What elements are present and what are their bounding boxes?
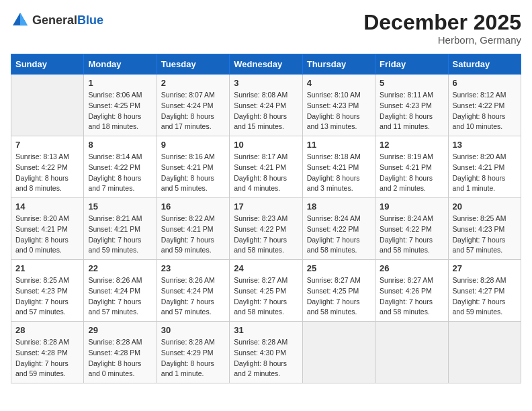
calendar-cell: 9Sunrise: 8:16 AMSunset: 4:21 PMDaylight…: [157, 136, 229, 198]
calendar-cell: 5Sunrise: 8:11 AMSunset: 4:23 PMDaylight…: [375, 75, 448, 136]
weekday-header-sunday: Sunday: [11, 54, 84, 75]
day-detail: Sunrise: 8:07 AMSunset: 4:24 PMDaylight:…: [161, 90, 225, 132]
calendar-cell: 1Sunrise: 8:06 AMSunset: 4:25 PMDaylight…: [84, 75, 157, 136]
calendar-cell: 29Sunrise: 8:28 AMSunset: 4:28 PMDayligh…: [84, 322, 157, 383]
calendar-week-5: 28Sunrise: 8:28 AMSunset: 4:28 PMDayligh…: [11, 322, 521, 383]
calendar-cell: 8Sunrise: 8:14 AMSunset: 4:22 PMDaylight…: [84, 136, 157, 198]
day-number: 19: [380, 201, 443, 212]
day-number: 11: [307, 140, 371, 150]
calendar-cell: 7Sunrise: 8:13 AMSunset: 4:22 PMDaylight…: [11, 136, 84, 198]
day-number: 17: [234, 201, 298, 212]
day-number: 23: [161, 263, 225, 273]
calendar-cell: 6Sunrise: 8:12 AMSunset: 4:22 PMDaylight…: [448, 75, 521, 136]
calendar-cell: 27Sunrise: 8:28 AMSunset: 4:27 PMDayligh…: [448, 260, 521, 322]
calendar-body: 1Sunrise: 8:06 AMSunset: 4:25 PMDaylight…: [11, 75, 521, 383]
location: Herborn, Germany: [363, 34, 521, 46]
day-detail: Sunrise: 8:28 AMSunset: 4:27 PMDaylight:…: [453, 275, 517, 318]
calendar-cell: [448, 322, 521, 383]
calendar-cell: 2Sunrise: 8:07 AMSunset: 4:24 PMDaylight…: [157, 75, 229, 136]
calendar-cell: 26Sunrise: 8:27 AMSunset: 4:26 PMDayligh…: [375, 260, 448, 322]
calendar-cell: 17Sunrise: 8:23 AMSunset: 4:22 PMDayligh…: [230, 198, 302, 260]
weekday-header-saturday: Saturday: [448, 54, 521, 75]
calendar-cell: 21Sunrise: 8:25 AMSunset: 4:23 PMDayligh…: [11, 260, 84, 322]
day-detail: Sunrise: 8:25 AMSunset: 4:23 PMDaylight:…: [15, 275, 79, 318]
calendar-table: SundayMondayTuesdayWednesdayThursdayFrid…: [11, 54, 521, 383]
day-number: 25: [307, 263, 371, 273]
calendar-cell: 23Sunrise: 8:26 AMSunset: 4:24 PMDayligh…: [157, 260, 229, 322]
day-detail: Sunrise: 8:22 AMSunset: 4:21 PMDaylight:…: [161, 214, 225, 256]
calendar-cell: 19Sunrise: 8:24 AMSunset: 4:22 PMDayligh…: [375, 198, 448, 260]
calendar-cell: 30Sunrise: 8:28 AMSunset: 4:29 PMDayligh…: [157, 322, 229, 383]
weekday-header-thursday: Thursday: [302, 54, 375, 75]
calendar-cell: 16Sunrise: 8:22 AMSunset: 4:21 PMDayligh…: [157, 198, 229, 260]
calendar-cell: 14Sunrise: 8:20 AMSunset: 4:21 PMDayligh…: [11, 198, 84, 260]
calendar-cell: 12Sunrise: 8:19 AMSunset: 4:21 PMDayligh…: [375, 136, 448, 198]
day-detail: Sunrise: 8:28 AMSunset: 4:29 PMDaylight:…: [161, 337, 225, 379]
calendar-cell: 18Sunrise: 8:24 AMSunset: 4:22 PMDayligh…: [302, 198, 375, 260]
logo-text-general: General: [32, 13, 77, 27]
calendar-cell: 31Sunrise: 8:28 AMSunset: 4:30 PMDayligh…: [230, 322, 302, 383]
day-detail: Sunrise: 8:28 AMSunset: 4:28 PMDaylight:…: [88, 337, 152, 379]
day-number: 2: [161, 78, 225, 88]
day-detail: Sunrise: 8:27 AMSunset: 4:25 PMDaylight:…: [234, 275, 298, 318]
calendar-cell: 25Sunrise: 8:27 AMSunset: 4:25 PMDayligh…: [302, 260, 375, 322]
day-detail: Sunrise: 8:20 AMSunset: 4:21 PMDaylight:…: [453, 152, 517, 194]
day-number: 24: [234, 263, 298, 273]
calendar-cell: 15Sunrise: 8:21 AMSunset: 4:21 PMDayligh…: [84, 198, 157, 260]
calendar-cell: 28Sunrise: 8:28 AMSunset: 4:28 PMDayligh…: [11, 322, 84, 383]
day-number: 18: [307, 201, 371, 212]
day-detail: Sunrise: 8:14 AMSunset: 4:22 PMDaylight:…: [88, 152, 152, 194]
day-number: 14: [15, 201, 79, 212]
day-detail: Sunrise: 8:19 AMSunset: 4:21 PMDaylight:…: [380, 152, 443, 194]
day-detail: Sunrise: 8:26 AMSunset: 4:24 PMDaylight:…: [88, 275, 152, 318]
day-detail: Sunrise: 8:06 AMSunset: 4:25 PMDaylight:…: [88, 90, 152, 132]
day-detail: Sunrise: 8:24 AMSunset: 4:22 PMDaylight:…: [307, 214, 371, 256]
calendar-week-1: 1Sunrise: 8:06 AMSunset: 4:25 PMDaylight…: [11, 75, 521, 136]
calendar-cell: 20Sunrise: 8:25 AMSunset: 4:23 PMDayligh…: [448, 198, 521, 260]
day-number: 8: [88, 140, 152, 150]
weekday-header-tuesday: Tuesday: [157, 54, 229, 75]
weekday-header-monday: Monday: [84, 54, 157, 75]
day-number: 1: [88, 78, 152, 88]
logo-icon: [11, 11, 30, 30]
day-detail: Sunrise: 8:28 AMSunset: 4:28 PMDaylight:…: [15, 337, 79, 379]
day-detail: Sunrise: 8:08 AMSunset: 4:24 PMDaylight:…: [234, 90, 298, 132]
day-number: 15: [88, 201, 152, 212]
day-detail: Sunrise: 8:20 AMSunset: 4:21 PMDaylight:…: [15, 214, 79, 256]
day-detail: Sunrise: 8:16 AMSunset: 4:21 PMDaylight:…: [161, 152, 225, 194]
day-number: 22: [88, 263, 152, 273]
day-number: 29: [88, 325, 152, 335]
calendar-cell: 4Sunrise: 8:10 AMSunset: 4:23 PMDaylight…: [302, 75, 375, 136]
calendar-week-2: 7Sunrise: 8:13 AMSunset: 4:22 PMDaylight…: [11, 136, 521, 198]
calendar-cell: 10Sunrise: 8:17 AMSunset: 4:21 PMDayligh…: [230, 136, 302, 198]
calendar-cell: 13Sunrise: 8:20 AMSunset: 4:21 PMDayligh…: [448, 136, 521, 198]
day-number: 30: [161, 325, 225, 335]
title-block: December 2025 Herborn, Germany: [363, 11, 521, 46]
day-number: 26: [380, 263, 443, 273]
calendar-week-3: 14Sunrise: 8:20 AMSunset: 4:21 PMDayligh…: [11, 198, 521, 260]
logo: GeneralBlue: [11, 11, 103, 30]
day-number: 31: [234, 325, 298, 335]
day-detail: Sunrise: 8:21 AMSunset: 4:21 PMDaylight:…: [88, 214, 152, 256]
calendar-cell: [11, 75, 84, 136]
day-number: 20: [453, 201, 517, 212]
calendar-header: SundayMondayTuesdayWednesdayThursdayFrid…: [11, 54, 521, 75]
day-number: 21: [15, 263, 79, 273]
day-number: 9: [161, 140, 225, 150]
day-detail: Sunrise: 8:27 AMSunset: 4:26 PMDaylight:…: [380, 275, 443, 318]
day-number: 12: [380, 140, 443, 150]
day-detail: Sunrise: 8:10 AMSunset: 4:23 PMDaylight:…: [307, 90, 371, 132]
day-detail: Sunrise: 8:13 AMSunset: 4:22 PMDaylight:…: [15, 152, 79, 194]
calendar-cell: 11Sunrise: 8:18 AMSunset: 4:21 PMDayligh…: [302, 136, 375, 198]
day-detail: Sunrise: 8:24 AMSunset: 4:22 PMDaylight:…: [380, 214, 443, 256]
weekday-header-wednesday: Wednesday: [230, 54, 302, 75]
day-number: 3: [234, 78, 298, 88]
day-detail: Sunrise: 8:18 AMSunset: 4:21 PMDaylight:…: [307, 152, 371, 194]
day-number: 13: [453, 140, 517, 150]
calendar-cell: 24Sunrise: 8:27 AMSunset: 4:25 PMDayligh…: [230, 260, 302, 322]
calendar-cell: 22Sunrise: 8:26 AMSunset: 4:24 PMDayligh…: [84, 260, 157, 322]
day-detail: Sunrise: 8:23 AMSunset: 4:22 PMDaylight:…: [234, 214, 298, 256]
day-detail: Sunrise: 8:27 AMSunset: 4:25 PMDaylight:…: [307, 275, 371, 318]
day-number: 5: [380, 78, 443, 88]
day-detail: Sunrise: 8:28 AMSunset: 4:30 PMDaylight:…: [234, 337, 298, 379]
